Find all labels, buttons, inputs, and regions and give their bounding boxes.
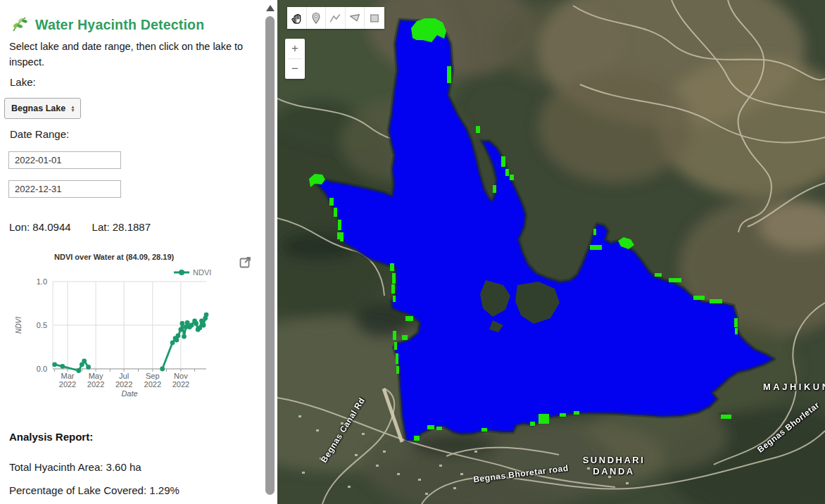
svg-text:1.0: 1.0 — [37, 277, 47, 286]
lat-value: Lat: 28.1887 — [92, 221, 151, 233]
map-pin-icon — [310, 11, 322, 25]
scrollbar-up-arrow-icon[interactable] — [266, 5, 275, 11]
draw-line-tool-button[interactable] — [326, 7, 346, 29]
clicked-coordinates: Lon: 84.0944Lat: 28.1887 — [9, 221, 172, 233]
svg-text:2022: 2022 — [144, 380, 161, 389]
select-updown-icon: ▲▼ — [70, 105, 75, 112]
svg-text:NDVI: NDVI — [193, 268, 211, 277]
svg-text:Nov: Nov — [174, 372, 188, 380]
map-zoom-control: + − — [285, 39, 305, 79]
draw-polygon-tool-button[interactable] — [346, 7, 365, 29]
sidebar-scrollbar-thumb[interactable] — [265, 16, 275, 495]
ndvi-chart: 0.00.51.0Mar2022May2022Jul2022Sep2022Nov… — [0, 251, 255, 401]
control-panel: Water Hyacinth Detection Select lake and… — [0, 0, 277, 504]
herb-leaf-icon — [10, 14, 29, 36]
lake-label: Lake: — [10, 76, 36, 88]
hand-icon — [289, 11, 303, 25]
report-heading: Analysis Report: — [9, 431, 93, 443]
svg-text:May: May — [89, 372, 103, 380]
svg-text:NDVI: NDVI — [15, 317, 23, 334]
pan-hand-tool-button[interactable] — [287, 7, 307, 29]
lake-select[interactable]: Begnas Lake ▲▼ — [4, 98, 81, 119]
zoom-in-button[interactable]: + — [285, 39, 305, 58]
satellite-map[interactable]: MAJHIKUNA SUNDHARI DANDA Begnas Canal Rd… — [277, 0, 825, 504]
instructions-text: Select lake and date range, then click o… — [9, 39, 246, 70]
svg-text:Sep: Sep — [146, 372, 160, 380]
svg-text:0.0: 0.0 — [37, 365, 47, 373]
svg-text:2022: 2022 — [59, 380, 76, 389]
date-range-label: Date Range: — [10, 128, 69, 140]
svg-text:2022: 2022 — [172, 380, 189, 389]
draw-rectangle-tool-button[interactable] — [365, 7, 384, 29]
svg-text:0.5: 0.5 — [37, 321, 47, 329]
svg-text:2022: 2022 — [87, 380, 104, 389]
app-header: Water Hyacinth Detection — [10, 14, 204, 36]
zoom-out-button[interactable]: − — [285, 59, 305, 79]
app-window: Water Hyacinth Detection Select lake and… — [0, 0, 825, 504]
place-point-tool-button[interactable] — [307, 7, 327, 29]
report-total-area: Total Hyacinth Area: 3.60 ha — [9, 461, 141, 473]
svg-text:Date: Date — [121, 389, 137, 398]
svg-text:Jul: Jul — [119, 372, 129, 380]
end-date-input[interactable] — [8, 180, 121, 198]
svg-text:Mar: Mar — [61, 372, 75, 380]
report-coverage: Percentage of Lake Covered: 1.29% — [9, 484, 180, 496]
drawing-toolbar — [287, 7, 384, 29]
rectangle-icon — [368, 12, 381, 25]
svg-text:2022: 2022 — [115, 380, 132, 389]
start-date-input[interactable] — [8, 151, 121, 169]
svg-text:NDVI over Water at (84.09, 28.: NDVI over Water at (84.09, 28.19) — [54, 253, 175, 261]
polyline-icon — [328, 12, 342, 25]
map-canvas — [277, 0, 825, 504]
polygon-icon — [348, 12, 362, 25]
lon-value: Lon: 84.0944 — [9, 221, 71, 233]
lake-select-value: Begnas Lake — [11, 103, 65, 113]
page-title: Water Hyacinth Detection — [35, 17, 204, 33]
